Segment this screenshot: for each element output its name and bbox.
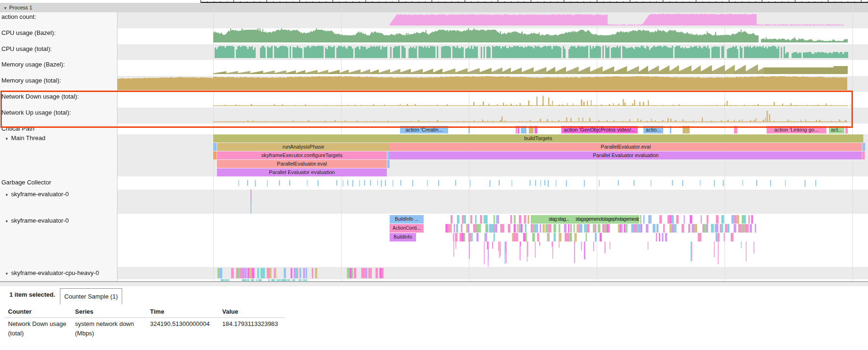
track-label-text: Network Up usage (total): (1, 109, 71, 116)
track-sidebar: action count:CPU usage (Bazel):CPU usage… (0, 12, 117, 281)
trace-event-block[interactable]: ActionConti... (390, 224, 424, 233)
sidebar-track-label[interactable]: Memory usage (total): (0, 76, 117, 85)
trace-event-block[interactable]: actio... (643, 126, 663, 133)
trace-event-sliver[interactable] (213, 151, 217, 159)
selection-details-panel: 1 item selected. Counter Sample (1) Coun… (0, 286, 868, 350)
table-cell[interactable]: (Mbps) (75, 330, 94, 337)
trace-event-sliver[interactable] (862, 151, 865, 159)
tab-counter-sample[interactable]: Counter Sample (1) (60, 288, 122, 304)
track-label-text: Garbage Collector (1, 179, 51, 186)
table-header-time[interactable]: Time (150, 308, 164, 315)
trace-event-block[interactable]: skyframeExecutor.configureTargets (217, 151, 387, 159)
sidebar-track-label[interactable]: Network Down usage (total): (0, 92, 117, 101)
trace-event-block[interactable]: buildTargets (213, 134, 863, 142)
sidebar-track-label[interactable]: Memory usage (Bazel): (0, 60, 117, 69)
trace-event-block[interactable]: stag:stag...stagagemenotstagephotagemest… (531, 215, 639, 224)
table-cell[interactable]: Network Down usage (8, 320, 67, 327)
trace-event-sliver[interactable] (468, 126, 470, 133)
track-label-text: Network Down usage (total): (1, 93, 79, 100)
track-label-text: Critical Path (1, 125, 34, 132)
sidebar-track-label[interactable]: Critical Path (0, 125, 117, 133)
trace-event-label: stag:stag... (549, 215, 569, 224)
table-header-divider (4, 317, 285, 318)
collapse-arrow-icon[interactable]: ▾ (6, 136, 8, 141)
trace-event-block[interactable]: runAnalysisPhase (217, 143, 390, 151)
trace-event-sliver[interactable] (862, 143, 865, 151)
collapse-arrow-icon[interactable]: ▾ (6, 271, 8, 276)
sidebar-track-label[interactable]: CPU usage (total): (0, 45, 117, 53)
sidebar-track-label[interactable]: CPU usage (Bazel): (0, 29, 117, 37)
table-cell[interactable]: (total) (8, 330, 24, 337)
trace-event-block[interactable]: ParallelEvaluator.eval (217, 160, 387, 168)
trace-event-sliver[interactable] (734, 126, 737, 133)
trace-event-sliver[interactable] (845, 126, 848, 133)
track-label-text: skyframe-evaluator-cpu-heavy-0 (11, 269, 99, 276)
collapse-arrow-icon[interactable]: ▾ (6, 192, 8, 197)
table-cell[interactable]: 324190.51300000004 (150, 320, 210, 327)
track-label-text: CPU usage (total): (1, 45, 52, 52)
trace-event-block[interactable]: action 'Linking go... (767, 126, 826, 133)
track-label-text: action count: (1, 13, 36, 20)
trace-event-block[interactable]: Parallel Evaluator evaluation (217, 168, 387, 176)
sidebar-track-label[interactable]: ▾Main Thread (0, 134, 121, 142)
sidebar-track-label[interactable]: ▾skyframe-evaluator-cpu-heavy-0 (0, 269, 121, 277)
selection-status: 1 item selected. (9, 291, 55, 298)
table-cell[interactable]: system network down (75, 320, 134, 327)
sidebar-track-label[interactable]: Network Up usage (total): (0, 108, 117, 117)
trace-event-sliver[interactable] (683, 126, 690, 133)
trace-event-sliver[interactable] (534, 126, 537, 133)
trace-event-sliver[interactable] (521, 126, 526, 133)
trace-event-sliver[interactable] (670, 126, 671, 133)
track-label-text: Main Thread (11, 134, 46, 142)
track-label-text: CPU usage (Bazel): (1, 29, 56, 36)
track-label-text: Memory usage (total): (1, 77, 61, 84)
sidebar-track-label[interactable]: action count: (0, 13, 117, 21)
sidebar-track-label[interactable]: Garbage Collector (0, 178, 117, 187)
track-label-text: skyframe-evaluator-0 (11, 217, 69, 224)
trace-event-sliver[interactable] (387, 160, 390, 168)
sidebar-track-label[interactable]: ▾skyframe-evaluator-0 (0, 190, 121, 199)
table-header-counter[interactable]: Counter (8, 308, 32, 315)
trace-event-block[interactable]: BuildInfo (390, 233, 416, 242)
table-header-value[interactable]: Value (222, 308, 238, 315)
collapse-arrow-icon[interactable]: ▾ (6, 219, 8, 224)
trace-event-sliver[interactable] (213, 143, 217, 151)
trace-event-sliver[interactable] (517, 126, 519, 133)
trace-event-block[interactable]: ParallelEvaluator.eval (390, 143, 862, 151)
table-header-series[interactable]: Series (75, 308, 93, 315)
trace-event-label: stagagemenotstagephotagemestagb.remot... (576, 215, 639, 224)
track-label-text: skyframe-evaluator-0 (11, 191, 69, 198)
trace-event-sliver[interactable] (529, 126, 534, 133)
trace-event-block[interactable]: Parallel Evaluator evaluation (390, 151, 862, 159)
trace-event-sliver[interactable] (516, 126, 517, 133)
trace-event-block[interactable]: act... (829, 126, 844, 133)
sidebar-track-label[interactable]: ▾skyframe-evaluator-0 (0, 217, 121, 225)
trace-event-block[interactable]: action 'Creatin... (400, 126, 448, 133)
track-label-text: Memory usage (Bazel): (1, 61, 65, 68)
table-cell[interactable]: 184.1793113323983 (222, 320, 278, 327)
trace-event-block[interactable]: BuildInfo ... (390, 215, 424, 224)
trace-viewer: ▾Process 1 action 'Creatin...action 'Gen… (0, 0, 868, 350)
trace-event-block[interactable]: action 'GenObjcProtos video/... (561, 126, 638, 133)
